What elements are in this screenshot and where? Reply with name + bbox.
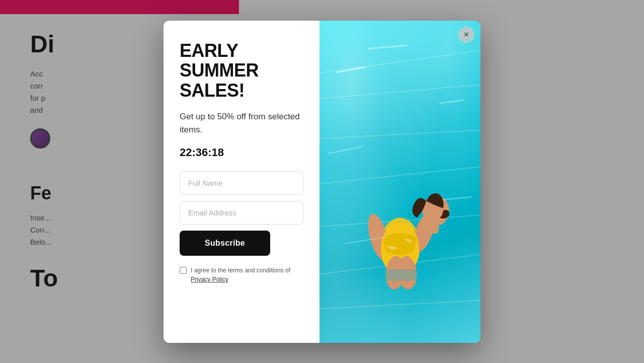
terms-agreement: I agree to the terms and conditions of P…	[180, 266, 303, 284]
promo-modal: EARLY SUMMER SALES! Get up to 50% off fr…	[164, 21, 480, 343]
svg-point-8	[362, 269, 438, 281]
terms-checkbox[interactable]	[180, 267, 187, 274]
countdown-timer: 22:36:18	[180, 146, 303, 159]
privacy-policy-link[interactable]: Privacy Policy	[191, 276, 228, 283]
modal-left-panel: EARLY SUMMER SALES! Get up to 50% off fr…	[164, 21, 319, 343]
modal-right-panel: ×	[319, 21, 480, 343]
close-button[interactable]: ×	[458, 27, 474, 43]
woman-figure	[330, 136, 470, 328]
terms-text: I agree to the terms and conditions of P…	[191, 266, 303, 284]
modal-subtitle: Get up to 50% off from selected items.	[180, 110, 303, 136]
full-name-input[interactable]	[180, 171, 303, 195]
pool-image	[319, 21, 480, 343]
subscribe-button[interactable]: Subscribe	[180, 231, 270, 256]
email-input[interactable]	[180, 201, 303, 225]
modal-headline: EARLY SUMMER SALES!	[180, 41, 303, 101]
